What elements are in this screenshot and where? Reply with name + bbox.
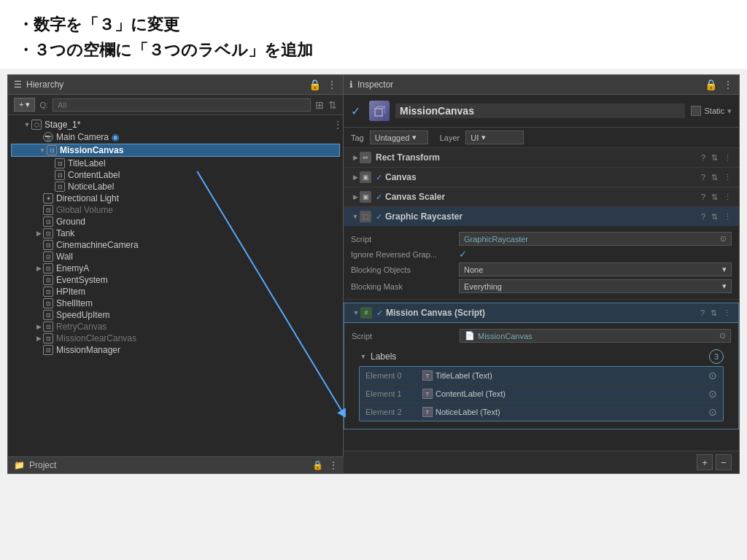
project-lock-icon[interactable]: 🔒 <box>312 460 323 470</box>
canvas-more-icon[interactable]: ⋮ <box>724 173 732 182</box>
tree-item-mission-clear-canvas[interactable]: ▶ ⊡ MissionClearCanvas <box>8 332 343 344</box>
cs-more-icon[interactable]: ⋮ <box>724 192 732 202</box>
gr-check[interactable]: ✓ <box>376 212 382 222</box>
element-1-picker[interactable]: ⊙ <box>708 388 717 400</box>
element-2-picker[interactable]: ⊙ <box>708 406 717 418</box>
content-label-text: ContentLabel <box>68 170 120 180</box>
mc-script-value-field: 📄 MissionCanvas ⊙ <box>460 329 731 343</box>
canvas-active-check[interactable]: ✓ <box>376 173 382 182</box>
gr-icon: ⬚ <box>360 211 371 222</box>
tree-item-shell-item[interactable]: ⊡ ShellItem <box>8 298 343 309</box>
project-header-icons: 🔒 ⋮ <box>312 460 338 470</box>
labels-expand[interactable]: ▼ <box>359 352 368 361</box>
tree-item-cinemachine-camera[interactable]: ⊡ CinemachineCamera <box>8 239 343 251</box>
canvas-settings-icon[interactable]: ⇅ <box>711 173 718 182</box>
inspector-info-icon: ℹ <box>349 79 353 90</box>
graphic-raycaster-header[interactable]: ▼ ⬚ ✓ Graphic Raycaster ? ⇅ ⋮ <box>344 207 739 226</box>
root-more[interactable]: ⋮ <box>333 119 343 131</box>
tree-item-notice-label[interactable]: ⊡ NoticeLabel <box>8 181 343 192</box>
tree-item-mission-canvas[interactable]: ▼ ⊡ MissionCanvas <box>11 144 340 157</box>
label-element-1-row: Element 1 T ContentLabel (Text) ⊙ <box>360 385 723 403</box>
gr-blocking-mask-dropdown[interactable]: Everything ▾ <box>459 279 732 293</box>
tree-item-event-system[interactable]: ⊡ EventSystem <box>8 274 343 286</box>
gr-script-dot-btn[interactable]: ⊙ <box>720 234 727 244</box>
layer-dropdown[interactable]: UI ▾ <box>465 131 524 144</box>
tree-item-speedup-item[interactable]: ⊡ SpeedUpItem <box>8 309 343 321</box>
object-name-input[interactable] <box>395 104 685 118</box>
tree-item-title-label[interactable]: ⊡ TitleLabel <box>8 158 343 169</box>
gr-ignore-check[interactable]: ✓ <box>459 249 467 260</box>
search-input[interactable] <box>53 98 311 112</box>
remove-component-button[interactable]: − <box>716 454 732 470</box>
canvas-header[interactable]: ▶ ▣ ✓ Canvas ? ⇅ ⋮ <box>344 168 739 187</box>
canvas-help-icon[interactable]: ? <box>701 173 705 182</box>
canvas-scaler-actions: ? ⇅ ⋮ <box>701 192 732 202</box>
add-button[interactable]: + ▾ <box>14 98 35 112</box>
tag-dropdown[interactable]: Untagged ▾ <box>370 131 428 144</box>
canvas-scaler-name: Canvas Scaler <box>385 192 701 202</box>
cs-help-icon[interactable]: ? <box>701 192 705 202</box>
tree-item-tank[interactable]: ▶ ⊡ Tank <box>8 228 343 239</box>
rt-settings-icon[interactable]: ⇅ <box>711 153 718 163</box>
canvas-scaler-check[interactable]: ✓ <box>376 192 382 202</box>
inspector-lock-icon[interactable]: 🔒 <box>705 79 717 90</box>
tree-item-global-volume[interactable]: ⊡ Global Volume <box>8 204 343 216</box>
mc-settings-icon[interactable]: ⇅ <box>711 308 717 318</box>
gr-blocking-objects-arrow: ▾ <box>722 265 727 274</box>
rt-more-icon[interactable]: ⋮ <box>724 153 732 163</box>
tree-item-retry-canvas[interactable]: ▶ ⊡ RetryCanvas <box>8 321 343 332</box>
object-active-check[interactable]: ✓ <box>351 104 360 118</box>
tree-item-ground[interactable]: ⊡ Ground <box>8 216 343 228</box>
gr-script-link[interactable]: GraphicRaycaster <box>464 235 528 244</box>
rt-help-icon[interactable]: ? <box>701 153 705 163</box>
lock-icon[interactable]: 🔒 <box>309 79 321 90</box>
static-checkbox[interactable] <box>691 106 701 116</box>
mc-script-icon: # <box>360 307 372 319</box>
label-element-2-text: NoticeLabel (Text) <box>436 408 500 416</box>
add-component-button[interactable]: + <box>697 454 713 470</box>
scene-view-icon[interactable]: ⊞ <box>315 99 324 111</box>
label-element-0-text: TitleLabel (Text) <box>436 371 492 380</box>
tree-item-hp-item[interactable]: ⊡ HPItem <box>8 286 343 298</box>
static-dropdown-arrow[interactable]: ▾ <box>727 106 732 116</box>
canvas-scaler-header[interactable]: ▶ ▣ ✓ Canvas Scaler ? ⇅ ⋮ <box>344 187 739 206</box>
hierarchy-tree: ▼ ⬡ Stage_1* ⋮ 📷 Main Camera ◉ ▼ ⊡ Missi… <box>8 115 343 473</box>
tree-item-main-camera[interactable]: 📷 Main Camera ◉ <box>8 131 343 143</box>
gr-settings-icon[interactable]: ⇅ <box>711 212 718 222</box>
rect-transform-actions: ? ⇅ ⋮ <box>701 153 732 163</box>
canvas-scaler-icon: ▣ <box>360 191 371 203</box>
canvas-name: Canvas <box>385 172 701 182</box>
tree-item-mission-manager[interactable]: ⊡ MissionManager <box>8 344 343 356</box>
mc-script-dot[interactable]: ⊙ <box>719 331 726 341</box>
label-element-0-value: T TitleLabel (Text) <box>422 370 703 381</box>
gr-blocking-objects-dropdown[interactable]: None ▾ <box>459 262 732 276</box>
rect-transform-header[interactable]: ▶ ⇔ Rect Transform ? ⇅ ⋮ <box>344 148 739 167</box>
tree-item-wall[interactable]: ⊡ Wall <box>8 251 343 262</box>
layer-label: Layer <box>440 133 460 142</box>
gr-more-icon[interactable]: ⋮ <box>724 212 732 222</box>
tree-item-directional-light[interactable]: ☀ Directional Light <box>8 192 343 204</box>
tree-item-content-label[interactable]: ⊡ ContentLabel <box>8 169 343 181</box>
gr-help-icon[interactable]: ? <box>701 212 705 222</box>
notice-label-text: NoticeLabel <box>68 182 114 192</box>
layer-arrow: ▾ <box>481 133 486 142</box>
cs-settings-icon[interactable]: ⇅ <box>711 192 718 202</box>
mc-help-icon[interactable]: ? <box>700 308 705 318</box>
inspector-footer: + − <box>344 451 739 473</box>
mission-canvas-script-header[interactable]: ▼ # ✓ Mission Canvas (Script) ? ⇅ ⋮ <box>344 303 738 323</box>
tree-item-enemy-a[interactable]: ▶ ⊡ EnemyA <box>8 262 343 274</box>
inspector-more-icon[interactable]: ⋮ <box>723 79 733 90</box>
gr-blocking-mask-arrow: ▾ <box>722 281 727 291</box>
tree-root[interactable]: ▼ ⬡ Stage_1* ⋮ <box>8 118 343 131</box>
element-0-picker[interactable]: ⊙ <box>708 370 717 381</box>
mc-more-icon[interactable]: ⋮ <box>723 308 731 318</box>
canvas-scaler-section: ▶ ▣ ✓ Canvas Scaler ? ⇅ ⋮ <box>344 187 739 207</box>
sort-icon[interactable]: ⇅ <box>328 99 337 111</box>
retry-icon: ⊡ <box>43 322 53 332</box>
mc-check[interactable]: ✓ <box>376 308 383 318</box>
mission-canvas-script-section: ▼ # ✓ Mission Canvas (Script) ? ⇅ ⋮ Scri… <box>344 303 739 429</box>
more-icon[interactable]: ⋮ <box>327 79 337 90</box>
mc-script-link[interactable]: MissionCanvas <box>478 332 533 341</box>
retry-label: RetryCanvas <box>56 322 107 332</box>
project-more-icon[interactable]: ⋮ <box>329 460 338 470</box>
